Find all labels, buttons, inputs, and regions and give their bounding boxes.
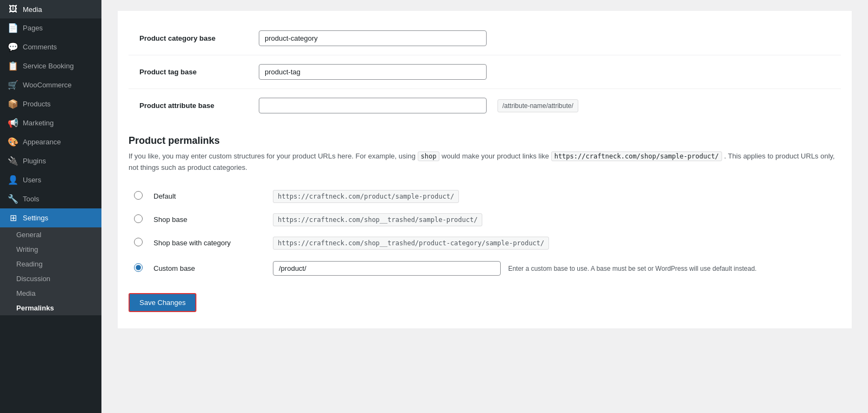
permalink-label-default: Default	[148, 185, 267, 208]
product-tag-base-row: Product tag base	[129, 55, 841, 89]
service-booking-icon: 📋	[8, 61, 18, 71]
shop-code: shop	[418, 151, 440, 161]
radio-shop-base[interactable]	[134, 214, 143, 223]
permalink-label-shop-base-category: Shop base with category	[148, 231, 267, 255]
sidebar: 🖼Media📄Pages💬Comments📋Service Booking🛒Wo…	[0, 0, 101, 413]
sidebar-label-comments: Comments	[23, 43, 57, 51]
sidebar-subitem-writing[interactable]: Writing	[0, 242, 101, 257]
url-example-default: https://craftneck.com/product/sample-pro…	[273, 190, 459, 203]
radio-custom-base[interactable]	[134, 263, 143, 272]
sidebar-subitem-discussion[interactable]: Discussion	[0, 271, 101, 286]
radio-shop-base-category[interactable]	[134, 238, 143, 246]
settings-panel: Product category base Product tag base P…	[118, 11, 852, 328]
permalink-option-custom-base: Custom base Enter a custom base to use. …	[129, 255, 841, 282]
appearance-icon: 🎨	[8, 137, 18, 147]
sidebar-item-media[interactable]: 🖼Media	[0, 0, 101, 18]
sidebar-label-marketing: Marketing	[23, 119, 54, 127]
sidebar-item-marketing[interactable]: 📢Marketing	[0, 113, 101, 132]
product-category-base-label: Product category base	[139, 34, 248, 42]
product-attribute-base-label: Product attribute base	[139, 101, 248, 110]
sidebar-label-woocommerce: WooCommerce	[23, 81, 72, 89]
permalink-label-custom-base: Custom base	[148, 255, 267, 282]
product-attribute-base-row: Product attribute base /attribute-name/a…	[129, 89, 841, 122]
custom-base-input[interactable]	[273, 261, 501, 276]
sidebar-label-products: Products	[23, 100, 50, 108]
settings-submenu: GeneralWritingReadingDiscussionMediaPerm…	[0, 227, 101, 315]
product-permalinks-description: If you like, you may enter custom struct…	[129, 151, 841, 174]
product-attribute-base-suffix: /attribute-name/attribute/	[497, 99, 578, 112]
users-icon: 👤	[8, 175, 18, 185]
product-category-base-row: Product category base	[129, 22, 841, 55]
sidebar-label-settings: Settings	[23, 214, 48, 222]
tools-icon: 🔧	[8, 194, 18, 204]
sidebar-item-products[interactable]: 📦Products	[0, 94, 101, 113]
sidebar-subitem-permalinks[interactable]: Permalinks	[0, 301, 101, 315]
sidebar-label-service-booking: Service Booking	[23, 62, 74, 70]
permalink-option-default: Default https://craftneck.com/product/sa…	[129, 185, 841, 208]
url-example-shop-base: https://craftneck.com/shop__trashed/samp…	[273, 213, 482, 226]
permalink-option-shop-base-category: Shop base with category https://craftnec…	[129, 231, 841, 255]
sidebar-item-settings[interactable]: ⊞Settings	[0, 208, 101, 227]
sidebar-item-woocommerce[interactable]: 🛒WooCommerce	[0, 75, 101, 94]
pages-icon: 📄	[8, 23, 18, 33]
product-category-base-input[interactable]	[259, 30, 487, 46]
woocommerce-icon: 🛒	[8, 80, 18, 90]
sidebar-item-appearance[interactable]: 🎨Appearance	[0, 132, 101, 151]
media-icon: 🖼	[8, 4, 18, 14]
sidebar-label-users: Users	[23, 176, 41, 184]
product-tag-base-input[interactable]	[259, 64, 487, 80]
permalink-option-shop-base: Shop base https://craftneck.com/shop__tr…	[129, 208, 841, 231]
permalink-label-shop-base: Shop base	[148, 208, 267, 231]
radio-default[interactable]	[134, 191, 143, 200]
plugins-icon: 🔌	[8, 156, 18, 166]
products-icon: 📦	[8, 99, 18, 109]
marketing-icon: 📢	[8, 118, 18, 128]
custom-base-hint: Enter a custom base to use. A base must …	[508, 265, 757, 272]
sidebar-items-container: 🖼Media📄Pages💬Comments📋Service Booking🛒Wo…	[0, 0, 101, 315]
sidebar-subitem-media[interactable]: Media	[0, 286, 101, 301]
save-changes-button[interactable]: Save Changes	[129, 293, 196, 312]
sidebar-item-plugins[interactable]: 🔌Plugins	[0, 151, 101, 170]
product-tag-base-label: Product tag base	[139, 68, 248, 76]
permalink-options-table: Default https://craftneck.com/product/sa…	[129, 185, 841, 282]
comments-icon: 💬	[8, 42, 18, 52]
url-example-shop-base-category: https://craftneck.com/shop__trashed/prod…	[273, 237, 549, 250]
sidebar-subitem-reading[interactable]: Reading	[0, 257, 101, 271]
sidebar-label-plugins: Plugins	[23, 157, 46, 165]
main-content: Product category base Product tag base P…	[101, 0, 868, 413]
sidebar-label-media: Media	[23, 5, 42, 14]
product-attribute-base-input[interactable]	[259, 98, 487, 113]
sidebar-label-tools: Tools	[23, 195, 39, 203]
sidebar-item-users[interactable]: 👤Users	[0, 170, 101, 189]
example-url: https://craftneck.com/shop/sample-produc…	[551, 151, 722, 161]
sidebar-label-pages: Pages	[23, 24, 43, 32]
product-permalinks-heading: Product permalinks	[129, 135, 841, 147]
sidebar-label-appearance: Appearance	[23, 138, 61, 146]
sidebar-item-tools[interactable]: 🔧Tools	[0, 189, 101, 208]
sidebar-item-pages[interactable]: 📄Pages	[0, 18, 101, 37]
sidebar-subitem-general[interactable]: General	[0, 227, 101, 242]
sidebar-item-comments[interactable]: 💬Comments	[0, 37, 101, 56]
sidebar-item-service-booking[interactable]: 📋Service Booking	[0, 56, 101, 75]
settings-icon: ⊞	[8, 213, 18, 223]
